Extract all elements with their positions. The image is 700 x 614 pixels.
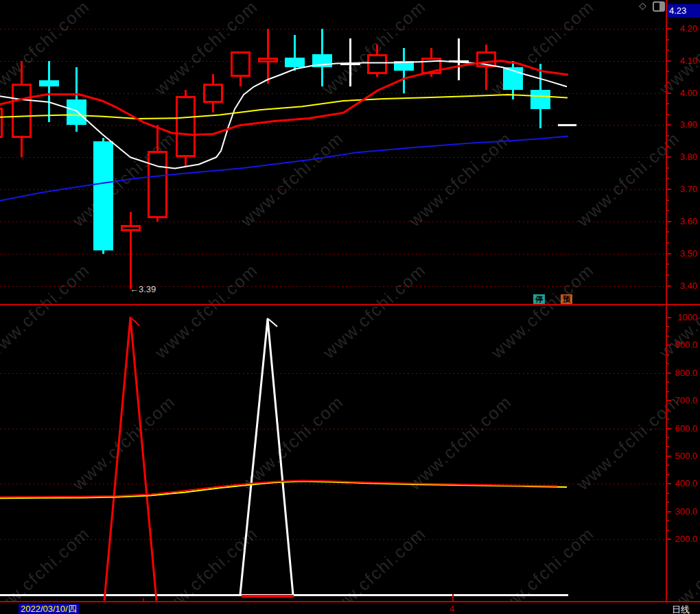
price-axis-minor-tick	[666, 231, 669, 233]
candle-flat	[449, 60, 469, 62]
candle-down	[285, 58, 305, 67]
price-axis-label: 4.00	[667, 88, 697, 98]
price-axis-minor-tick	[666, 71, 669, 72]
candle-wick	[458, 38, 460, 80]
period-selector-daily[interactable]: 日线	[672, 604, 690, 614]
price-gridline	[0, 254, 666, 255]
indicator-axis-label: 600.0	[667, 423, 697, 434]
indicator-axis-label: 200.0	[667, 534, 697, 544]
low-price-annotation: ←3.39	[130, 284, 156, 294]
indicator-axis-minor-tick	[666, 501, 669, 503]
indicator-axis-label: 300.0	[667, 506, 697, 517]
indicator-signal-bar	[242, 595, 294, 598]
price-axis-minor-tick	[666, 167, 669, 169]
price-axis-minor-tick	[666, 210, 669, 211]
price-gridline	[0, 125, 666, 126]
candle-up	[203, 84, 223, 103]
candle-up	[367, 54, 387, 73]
indicator-gridline	[0, 484, 666, 484]
indicator-axis-minor-tick	[666, 381, 669, 383]
indicator-gridline	[0, 429, 666, 429]
indicator-axis-label: 1000	[667, 312, 697, 322]
candle-down	[39, 80, 59, 86]
current-price-badge: 4.23	[667, 4, 700, 17]
indicator-axis-minor-tick	[666, 326, 669, 327]
price-axis-label: 3.80	[667, 152, 697, 162]
candle-down	[394, 61, 414, 71]
trading-app-window: 4.23 ←3.39 停 预 ◇ 2022/03/10/四 4 日线 4.204…	[0, 0, 700, 614]
price-axis-minor-tick	[666, 114, 669, 115]
indicator-axis-minor-tick	[666, 464, 669, 466]
candle-down	[312, 54, 332, 67]
candle-up	[121, 225, 141, 231]
indicator-axis-label: 900.0	[667, 340, 697, 350]
indicator-axis-minor-tick	[666, 474, 669, 475]
indicator-axis-minor-tick	[666, 418, 669, 420]
candle-up	[176, 96, 196, 157]
indicator-axis-label: 400.0	[667, 478, 697, 488]
price-axis-label: 3.90	[667, 119, 697, 130]
price-axis-minor-tick	[666, 82, 669, 83]
price-axis-minor-tick	[666, 39, 669, 40]
candle-wick	[130, 212, 132, 289]
price-axis-label: 3.60	[667, 216, 697, 226]
month-axis-label: 4	[450, 604, 454, 614]
indicator-axis-minor-tick	[666, 493, 669, 494]
price-axis-label: 4.20	[667, 23, 697, 34]
indicator-axis-minor-tick	[666, 530, 669, 531]
price-axis-label: 3.50	[667, 248, 697, 259]
candle-up	[421, 58, 441, 73]
candle-down	[530, 90, 550, 109]
indicator-axis-label: 800.0	[667, 368, 697, 378]
candle-up	[476, 51, 496, 67]
candle-down	[67, 99, 86, 125]
indicator-gridline	[0, 373, 666, 374]
price-axis-minor-tick	[666, 49, 669, 51]
price-axis-label: 3.70	[667, 184, 697, 194]
price-axis-minor-tick	[666, 135, 669, 137]
split-panel-icon[interactable]	[653, 1, 665, 12]
candle-wick	[349, 38, 351, 86]
indicator-axis-minor-tick	[666, 410, 669, 411]
indicator-axis-minor-tick	[666, 335, 669, 337]
candle-up	[258, 58, 278, 62]
indicator-axis-minor-tick	[666, 391, 669, 392]
indicator-axis-minor-tick	[666, 437, 669, 438]
candle-wick	[403, 48, 405, 93]
indicator-axis-minor-tick	[666, 354, 669, 355]
indicator-axis-minor-tick	[666, 363, 669, 364]
candle-wick	[48, 61, 50, 122]
price-axis-minor-tick	[666, 146, 669, 147]
price-axis-minor-tick	[666, 178, 669, 179]
diamond-icon[interactable]: ◇	[639, 0, 646, 11]
candle-wick	[267, 29, 269, 84]
price-axis-minor-tick	[666, 200, 669, 201]
indicator-axis-label: 700.0	[667, 395, 697, 405]
price-axis-minor-tick	[666, 274, 669, 276]
candle-up	[148, 151, 167, 218]
candle-down	[93, 141, 113, 250]
candle-up	[0, 108, 3, 138]
alert-flag-badge[interactable]: 预	[561, 294, 572, 304]
candle-down	[503, 67, 523, 90]
candle-up	[231, 51, 250, 77]
price-gridline	[0, 61, 666, 62]
panel-divider	[0, 304, 700, 305]
selected-date[interactable]: 2022/03/10/四	[19, 604, 79, 614]
candle-flat	[340, 63, 360, 65]
price-axis-minor-tick	[666, 263, 669, 265]
price-axis-label: 4.10	[667, 56, 697, 66]
split-panel-icon-fill	[660, 3, 664, 10]
price-axis-label: 3.40	[667, 281, 697, 291]
indicator-axis-label: 500.0	[667, 451, 697, 461]
price-axis-minor-tick	[666, 242, 669, 244]
stop-flag-badge[interactable]: 停	[533, 294, 545, 304]
indicator-axis-minor-tick	[666, 520, 669, 521]
indicator-axis-minor-tick	[666, 446, 669, 447]
status-bar: 2022/03/10/四 4 日线	[0, 601, 700, 614]
candle-up	[12, 84, 32, 139]
price-axis-minor-tick	[666, 103, 669, 104]
